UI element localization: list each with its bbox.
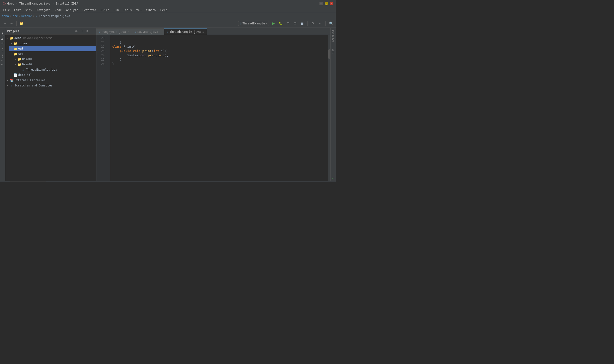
tree-arrow-scratches: ▶ — [6, 84, 9, 87]
project-header-new-btn[interactable]: ⊕ — [74, 29, 78, 33]
idea-folder-icon: 📁 — [14, 41, 17, 45]
toolbar-back-btn[interactable]: ← — [2, 21, 8, 26]
breadcrumb-file[interactable]: ☕ ThreadExample.java — [36, 14, 70, 18]
tree-item-src[interactable]: ▾ 📁 src — [9, 51, 96, 56]
line-num-21: 21 — [97, 40, 105, 45]
tree-arrow-out: ▶ — [10, 47, 13, 50]
project-header-settings-btn[interactable]: ⚙ — [85, 29, 89, 33]
tab-hungryman[interactable]: ☕ HungryMan.java ✕ — [97, 28, 132, 35]
toolbar-project-icon[interactable]: 📁 — [18, 21, 24, 26]
breadcrumb-demo[interactable]: demo — [2, 14, 9, 18]
tab-threadexample[interactable]: ☕ ThreadExample.java ✕ — [164, 28, 207, 35]
tree-item-out[interactable]: ▶ 📁 out — [9, 46, 96, 51]
right-tab-database[interactable]: Database — [332, 29, 335, 43]
tree-item-demo01[interactable]: ▶ 📁 Demo01 — [13, 56, 96, 62]
run-button[interactable]: ▶ — [271, 21, 276, 26]
menu-item-help[interactable]: Help — [159, 8, 169, 12]
line-num-22: 22 — [97, 45, 105, 49]
vcs-update-btn[interactable]: ⟳ — [310, 21, 316, 26]
tree-label-demo01: Demo01 — [22, 57, 32, 61]
coverage-button[interactable]: 🛡 — [285, 21, 291, 26]
project-header-close-btn[interactable]: − — [90, 29, 94, 33]
toolbar: ← → 📁 ☕ ThreadExample ▾ ▶ 🐛 🛡 ⏱ ⏹ ⟳ ✓ 🔍 — [0, 19, 336, 28]
run-config-selector[interactable]: ☕ ThreadExample ▾ — [238, 21, 269, 26]
menu-item-navigate[interactable]: Navigate — [35, 8, 53, 12]
tab-threadexample-close[interactable]: ✕ — [202, 30, 204, 34]
right-checkmark-icon: ✓ — [332, 176, 334, 180]
threadexample-java-icon: ☕ — [21, 68, 25, 72]
tree-arrow-src: ▾ — [10, 52, 13, 55]
side-tab-project[interactable]: 1: Project — [1, 29, 4, 46]
out-folder-icon: 📁 — [14, 47, 17, 51]
run-panel-header: Run: ⬛ ThreadExample ✕ ⚙ − — [0, 181, 336, 182]
editor-scrollbar[interactable] — [328, 35, 331, 181]
breadcrumb: demo › src › Demo02 › ☕ ThreadExample.ja… — [0, 13, 336, 19]
close-button[interactable]: ✕ — [330, 2, 333, 5]
menu-item-code[interactable]: Code — [53, 8, 64, 12]
menu-item-build[interactable]: Build — [99, 8, 111, 12]
tree-item-demo02[interactable]: ▾ 📁 Demo02 — [13, 62, 96, 67]
tree-root-demo[interactable]: ▾ 📁 demo D:\workspace\demo — [5, 35, 96, 41]
debug-button[interactable]: 🐛 — [278, 21, 283, 26]
line-num-24: 24 — [97, 53, 105, 57]
tree-item-external-libs[interactable]: ▶ 📚 External Libraries — [5, 78, 96, 83]
vcs-commit-btn[interactable]: ✓ — [317, 21, 323, 26]
menu-item-edit[interactable]: Edit — [12, 8, 23, 12]
editor-gutter — [107, 35, 110, 181]
menu-item-vcs[interactable]: VCS — [134, 8, 143, 12]
tab-hungryman-label: HungryMan.java — [102, 30, 126, 34]
project-tree: ▾ 📁 demo D:\workspace\demo ▶ 📁 .idea ▶ 📁… — [5, 35, 96, 181]
project-header-scroll-btn[interactable]: ⇅ — [79, 29, 84, 33]
run-config-icon: ☕ — [240, 22, 241, 25]
maximize-button[interactable]: □ — [325, 2, 328, 5]
tab-lazyman[interactable]: ☕ LazyMan.java ✕ — [132, 28, 164, 35]
breadcrumb-demo02[interactable]: Demo02 — [21, 14, 32, 18]
menu-item-refactor[interactable]: Refactor — [81, 8, 98, 12]
menu-item-analyze[interactable]: Analyze — [64, 8, 80, 12]
menu-item-tools[interactable]: Tools — [121, 8, 134, 12]
breadcrumb-src[interactable]: src — [13, 14, 18, 18]
src-folder-icon: 📁 — [14, 52, 17, 56]
scratches-icon: ✏ — [10, 84, 14, 87]
toolbar-separator — [16, 21, 16, 26]
menu-item-file[interactable]: File — [1, 8, 12, 12]
demo02-folder-icon: 📁 — [17, 63, 21, 66]
right-tab-ant[interactable]: Ant — [332, 48, 335, 55]
chevron-down-icon: ▾ — [266, 22, 267, 25]
stop-button[interactable]: ⏹ — [299, 21, 305, 26]
run-tab-threadexample[interactable]: ⬛ ThreadExample ✕ — [10, 182, 46, 182]
menu-bar: File Edit View Navigate Code Analyze Ref… — [0, 7, 336, 13]
tree-item-idea[interactable]: ▶ 📁 .idea — [9, 41, 96, 46]
side-tab-structure[interactable]: 2: Structure — [1, 46, 4, 66]
tree-arrow-extlibs: ▶ — [6, 79, 9, 82]
toolbar-forward-btn[interactable]: → — [9, 21, 14, 26]
tree-label-threadexample: ThreadExample.java — [26, 68, 57, 71]
line-numbers: 20 21 22 23 24 25 26 — [97, 35, 107, 181]
menu-item-run[interactable]: Run — [112, 8, 121, 12]
menu-item-window[interactable]: Window — [144, 8, 158, 12]
tree-item-demo-iml[interactable]: 📄 demo.iml — [9, 72, 96, 78]
tree-arrow-idea: ▶ — [10, 42, 13, 45]
extlibs-icon: 📚 — [10, 78, 14, 82]
tree-item-threadexample[interactable]: ☕ ThreadExample.java — [17, 67, 96, 72]
tree-label-idea: .idea — [18, 42, 27, 45]
line-num-25: 25 — [97, 57, 105, 62]
tabs-bar: ☕ HungryMan.java ✕ ☕ LazyMan.java ✕ ☕ Th… — [97, 28, 331, 35]
demo01-folder-icon: 📁 — [17, 57, 21, 61]
tab-threadexample-label: ThreadExample.java — [169, 30, 201, 34]
profile-button[interactable]: ⏱ — [292, 21, 298, 26]
tree-item-scratches[interactable]: ▶ ✏ Scratches and Consoles — [5, 83, 96, 88]
minimize-button[interactable]: ─ — [320, 2, 323, 5]
code-content[interactable]: } class Print{ public void print(int i){… — [110, 35, 325, 181]
demo-folder-icon: 📁 — [10, 36, 14, 40]
tree-arrow-demo: ▾ — [6, 37, 9, 39]
tab-hungryman-close[interactable]: ✕ — [127, 30, 129, 33]
menu-item-view[interactable]: View — [24, 8, 34, 12]
run-panel: Run: ⬛ ThreadExample ✕ ⚙ − ▶ ↑ ⏹ ↓ ⚙ ⇔ ↵… — [0, 181, 336, 182]
spacer-threadexample — [18, 68, 21, 71]
search-everywhere-btn[interactable]: 🔍 — [328, 21, 334, 26]
main-layout: 1: Project 2: Structure Project ⊕ ⇅ ⚙ − … — [0, 28, 336, 181]
tree-label-scratches: Scratches and Consoles — [14, 84, 53, 87]
tab-lazyman-label: LazyMan.java — [137, 30, 158, 34]
tab-lazyman-close[interactable]: ✕ — [159, 30, 162, 33]
